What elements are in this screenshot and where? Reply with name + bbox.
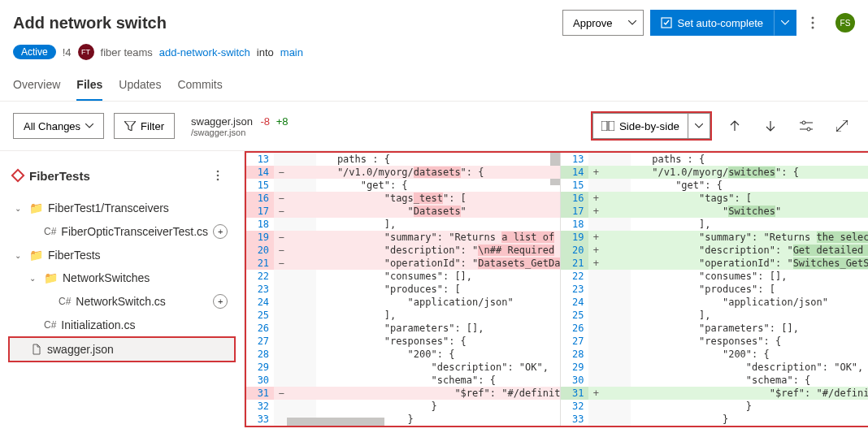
tab-commits[interactable]: Commits (177, 78, 222, 101)
tree-file-fiberoptic[interactable]: C# FiberOpticTransceiverTest.cs + (0, 219, 244, 244)
removed-count: -8 (261, 115, 271, 128)
diff-line[interactable]: 27 "responses": { (246, 335, 560, 348)
diff-line[interactable]: 22 "consumes": [], (246, 270, 560, 283)
approve-group: Approve (562, 10, 644, 36)
diff-line[interactable]: 17− "Datasets" (246, 205, 560, 218)
diff-line[interactable]: 23 "produces": [ (246, 283, 560, 296)
chevron-down-icon: ⌄ (29, 274, 39, 283)
diff-line[interactable]: 21+ "operationId": "Switches_GetSw (561, 257, 868, 270)
diff-line[interactable]: 24 "application/json" (246, 296, 560, 309)
file-icon (31, 344, 42, 355)
approve-button[interactable]: Approve (562, 10, 622, 36)
team-name: fiber teams (101, 46, 153, 58)
tab-overview[interactable]: Overview (13, 78, 60, 101)
diff-line[interactable]: 18 ], (246, 218, 560, 231)
chevron-down-icon: ⌄ (15, 204, 24, 213)
diff-line[interactable]: 26 "parameters": [], (561, 322, 868, 335)
diff-line[interactable]: 19− "summary": "Returns a list of (246, 231, 560, 244)
svg-point-6 (802, 121, 805, 124)
svg-point-10 (217, 179, 219, 181)
diff-line[interactable]: 25 ], (561, 309, 868, 322)
diff-line[interactable]: 18 ], (561, 218, 868, 231)
diff-line[interactable]: 22 "consumes": [], (561, 270, 868, 283)
add-comment-button[interactable]: + (213, 224, 228, 239)
more-actions-button[interactable] (803, 10, 822, 36)
diff-pane-right[interactable]: 13 paths : {14+ "/v1.0/myorg/switches": … (561, 153, 868, 426)
fullscreen-button[interactable] (829, 113, 855, 139)
user-avatar[interactable]: FS (835, 13, 855, 32)
svg-point-1 (812, 17, 814, 19)
tab-files[interactable]: Files (76, 78, 102, 101)
diff-line[interactable]: 19+ "summary": "Returns the select (561, 231, 868, 244)
diff-line[interactable]: 15 "get": { (561, 179, 868, 192)
svg-point-2 (812, 22, 814, 24)
cs-icon: C# (59, 296, 71, 307)
svg-point-8 (217, 171, 219, 173)
files-toolbar: All Changes Filter swagger.json -8 +8 /s… (0, 102, 868, 150)
diff-line[interactable]: 28 "200": { (561, 348, 868, 361)
diff-line[interactable]: 33 } (561, 413, 868, 426)
diff-line[interactable]: 24 "application/json" (561, 296, 868, 309)
view-mode-dropdown[interactable] (688, 113, 710, 139)
tree-folder-fibertests[interactable]: ⌄ 📁 FiberTests (0, 244, 244, 266)
into-label: into (257, 46, 274, 58)
diff-line[interactable]: 27 "responses": { (561, 335, 868, 348)
diff-line[interactable]: 29 "description": "OK", (246, 361, 560, 374)
side-by-side-icon (601, 121, 614, 131)
autocomplete-dropdown[interactable] (774, 10, 796, 36)
files-content: FiberTests ⌄ 📁 FiberTest1/Transceivers C… (0, 150, 868, 427)
folder-icon: 📁 (29, 201, 43, 214)
diff-line[interactable]: 21− "operationId": "Datasets_GetDa (246, 257, 560, 270)
added-count: +8 (276, 115, 289, 128)
diff-line[interactable]: 15 "get": { (246, 179, 560, 192)
tree-file-initialization[interactable]: C# Initialization.cs (0, 314, 244, 336)
sidebar-more-button[interactable] (205, 162, 231, 188)
settings-button[interactable] (793, 113, 819, 139)
diff-line[interactable]: 13 paths : { (561, 153, 868, 166)
tree-file-networkswitch[interactable]: C# NetworkSwitch.cs + (0, 289, 244, 314)
next-diff-button[interactable] (757, 113, 783, 139)
chevron-down-icon (781, 20, 789, 25)
diff-line[interactable]: 20− "description": "\n## Required (246, 244, 560, 257)
diff-line[interactable]: 16+ "tags": [ (561, 192, 868, 205)
set-autocomplete-button[interactable]: Set auto-complete (650, 10, 774, 36)
diff-line[interactable]: 26 "parameters": [], (246, 322, 560, 335)
view-mode-button[interactable]: Side-by-side (592, 113, 688, 139)
folder-icon: 📁 (44, 271, 58, 284)
target-branch-link[interactable]: main (280, 46, 303, 58)
sliders-icon (800, 120, 813, 132)
diff-line[interactable]: 30 "schema": { (561, 374, 868, 387)
source-branch-link[interactable]: add-network-switch (159, 46, 250, 58)
tree-file-swagger[interactable]: swagger.json (8, 336, 236, 362)
diff-line[interactable]: 32 } (561, 400, 868, 413)
diff-line[interactable]: 25 ], (246, 309, 560, 322)
diff-line[interactable]: 31− "$ref": "#/definit (246, 387, 560, 400)
diff-viewer: 13 paths : {14− "/v1.0/myorg/datasets": … (245, 151, 868, 427)
tree-folder-networkswitches[interactable]: ⌄ 📁 NetworkSwitches (0, 266, 244, 289)
pr-meta: Active !4 FT fiber teams add-network-swi… (13, 44, 855, 60)
diff-line[interactable]: 30 "schema": { (246, 374, 560, 387)
tree-folder-transceivers[interactable]: ⌄ 📁 FiberTest1/Transceivers (0, 197, 244, 219)
diff-line[interactable]: 33 } (246, 413, 560, 426)
diff-line[interactable]: 32 } (246, 400, 560, 413)
diff-line[interactable]: 17+ "Switches" (561, 205, 868, 218)
add-comment-button[interactable]: + (213, 294, 228, 309)
diff-line[interactable]: 28 "200": { (246, 348, 560, 361)
tab-updates[interactable]: Updates (119, 78, 161, 101)
diff-line[interactable]: 31+ "$ref": "#/definit (561, 387, 868, 400)
diff-pane-left[interactable]: 13 paths : {14− "/v1.0/myorg/datasets": … (246, 153, 561, 426)
diff-line[interactable]: 14− "/v1.0/myorg/datasets": { (246, 166, 560, 179)
sidebar-title: FiberTests (13, 169, 90, 183)
approve-dropdown[interactable] (622, 10, 644, 36)
diff-line[interactable]: 20+ "description": "Get detailed s (561, 244, 868, 257)
diff-line[interactable]: 29 "description": "OK", (561, 361, 868, 374)
diff-line[interactable]: 13 paths : { (246, 153, 560, 166)
file-tree-sidebar: FiberTests ⌄ 📁 FiberTest1/Transceivers C… (0, 151, 245, 427)
arrow-up-icon (729, 120, 740, 132)
prev-diff-button[interactable] (722, 113, 748, 139)
diff-line[interactable]: 14+ "/v1.0/myorg/switches": { (561, 166, 868, 179)
all-changes-dropdown[interactable]: All Changes (13, 113, 104, 139)
filter-button[interactable]: Filter (114, 113, 175, 139)
diff-line[interactable]: 16− "tags_test": [ (246, 192, 560, 205)
diff-line[interactable]: 23 "produces": [ (561, 283, 868, 296)
